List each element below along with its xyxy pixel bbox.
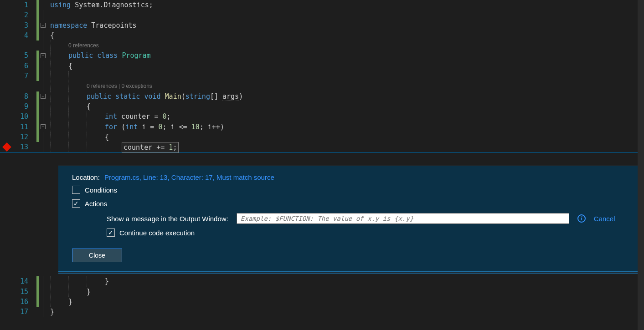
continue-execution-label: Continue code execution	[119, 229, 195, 237]
code-editor-continued[interactable]: 14}15}16}17}	[0, 276, 644, 317]
output-message-input[interactable]	[237, 213, 569, 224]
code-line[interactable]: 16}	[0, 297, 644, 307]
code-content[interactable]: {	[87, 102, 91, 112]
tracepoint-icon[interactable]	[2, 142, 11, 152]
code-line[interactable]: 11−for (int i = 0; i <= 10; i++)	[0, 122, 644, 132]
codelens-text[interactable]: 0 references	[68, 41, 99, 51]
outline-column[interactable]	[39, 102, 46, 112]
code-content[interactable]: using System.Diagnostics;	[50, 0, 153, 10]
code-line[interactable]: 8−public static void Main(string[] args)	[0, 91, 644, 102]
collapse-toggle-icon[interactable]: −	[41, 23, 46, 28]
code-line[interactable]: 12{	[0, 132, 644, 142]
line-number: 11	[14, 122, 36, 132]
outline-column[interactable]	[39, 307, 46, 317]
code-content[interactable]: public static void Main(string[] args)	[87, 91, 243, 102]
glyph-margin[interactable]	[0, 276, 14, 286]
outline-column[interactable]	[39, 297, 46, 307]
code-content[interactable]: }	[50, 307, 54, 317]
code-line[interactable]: 2	[0, 10, 644, 20]
code-editor[interactable]: 1using System.Diagnostics;23−namespace T…	[0, 0, 644, 152]
outline-column[interactable]	[39, 10, 46, 20]
code-line[interactable]: 17}	[0, 307, 644, 317]
outline-column[interactable]: −	[39, 91, 46, 102]
glyph-margin[interactable]	[0, 61, 14, 71]
glyph-margin[interactable]	[0, 0, 14, 10]
glyph-margin[interactable]	[0, 132, 14, 142]
glyph-margin[interactable]	[0, 287, 14, 297]
continue-execution-checkbox[interactable]	[107, 228, 115, 237]
glyph-margin[interactable]	[0, 51, 14, 61]
glyph-margin[interactable]	[0, 142, 14, 152]
line-number: 2	[14, 10, 36, 20]
glyph-margin[interactable]	[0, 10, 14, 20]
code-line[interactable]: 13counter += 1;	[0, 142, 644, 152]
code-content[interactable]: {	[68, 61, 72, 71]
code-content[interactable]: {	[50, 30, 54, 41]
outline-column[interactable]	[39, 142, 46, 152]
outline-column[interactable]	[39, 61, 46, 71]
code-content[interactable]: namespace Tracepoints	[50, 20, 137, 30]
outline-column[interactable]: −	[39, 20, 46, 30]
outline-column[interactable]	[39, 71, 46, 81]
outline-column[interactable]	[39, 30, 46, 41]
code-line[interactable]: 5−public class Program	[0, 51, 644, 61]
location-link[interactable]: Program.cs, Line: 13, Character: 17, Mus…	[104, 173, 274, 181]
outline-column[interactable]	[39, 81, 46, 91]
glyph-margin[interactable]	[0, 307, 14, 317]
line-number: 8	[14, 91, 36, 102]
outline-column[interactable]	[39, 41, 46, 51]
close-button[interactable]: Close	[72, 249, 122, 262]
code-line[interactable]: 15}	[0, 287, 644, 297]
code-line[interactable]: 1using System.Diagnostics;	[0, 0, 644, 10]
code-line[interactable]: 4{	[0, 30, 644, 41]
actions-checkbox[interactable]	[72, 199, 80, 208]
glyph-margin[interactable]	[0, 297, 14, 307]
outline-column[interactable]: −	[39, 122, 46, 132]
code-content[interactable]: public class Program	[68, 51, 151, 61]
glyph-margin[interactable]	[0, 20, 14, 30]
code-content[interactable]: for (int i = 0; i <= 10; i++)	[105, 122, 224, 132]
code-content[interactable]: }	[87, 287, 91, 297]
conditions-checkbox[interactable]	[72, 186, 80, 194]
conditions-label: Conditions	[85, 186, 117, 194]
code-content[interactable]: }	[105, 276, 109, 286]
codelens-text[interactable]: 0 references | 0 exceptions	[87, 81, 152, 91]
glyph-margin[interactable]	[0, 41, 14, 51]
glyph-margin[interactable]	[0, 30, 14, 41]
code-content[interactable]: counter += 1;	[123, 142, 179, 153]
vertical-scrollbar[interactable]	[638, 0, 644, 330]
cancel-link[interactable]: Cancel	[594, 215, 615, 223]
glyph-margin[interactable]	[0, 102, 14, 112]
outline-column[interactable]	[39, 132, 46, 142]
line-number: 5	[14, 51, 36, 61]
collapse-toggle-icon[interactable]: −	[41, 124, 46, 129]
code-line[interactable]: 14}	[0, 276, 644, 286]
code-content[interactable]: }	[68, 297, 72, 307]
glyph-margin[interactable]	[0, 122, 14, 132]
code-line[interactable]: 3−namespace Tracepoints	[0, 20, 644, 30]
outline-column[interactable]	[39, 0, 46, 10]
code-content[interactable]: {	[105, 132, 109, 142]
code-line[interactable]: 9{	[0, 102, 644, 112]
line-number: 6	[14, 61, 36, 71]
glyph-margin[interactable]	[0, 112, 14, 122]
outline-column[interactable]	[39, 287, 46, 297]
glyph-margin[interactable]	[0, 81, 14, 91]
outline-column[interactable]	[39, 276, 46, 286]
code-line[interactable]: 6{	[0, 61, 644, 71]
line-number: 7	[14, 71, 36, 81]
code-content[interactable]: int counter = 0;	[105, 112, 171, 122]
info-icon[interactable]: i	[577, 214, 586, 223]
code-line[interactable]: 0 references	[0, 41, 644, 51]
collapse-toggle-icon[interactable]: −	[41, 53, 46, 58]
glyph-margin[interactable]	[0, 71, 14, 81]
code-line[interactable]: 7	[0, 71, 644, 81]
outline-column[interactable]: −	[39, 51, 46, 61]
line-number: 9	[14, 102, 36, 112]
code-line[interactable]: 0 references | 0 exceptions	[0, 81, 644, 91]
code-line[interactable]: 10int counter = 0;	[0, 112, 644, 122]
outline-column[interactable]	[39, 112, 46, 122]
glyph-margin[interactable]	[0, 91, 14, 102]
line-number: 14	[14, 276, 36, 286]
collapse-toggle-icon[interactable]: −	[41, 94, 46, 99]
